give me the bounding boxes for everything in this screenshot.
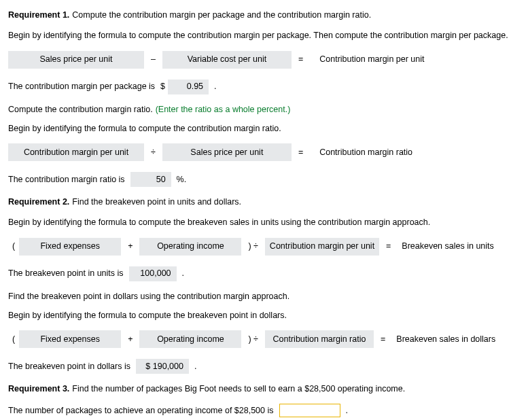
breakeven-dollars-formula: ( Fixed expenses + Operating income ) ÷ … xyxy=(8,330,520,348)
equals-operator: = xyxy=(292,147,310,158)
cm-ratio-value-label: The contribution margin ratio is xyxy=(8,174,128,185)
breakeven-dollars-value-line: The breakeven point in dollars is $ 190,… xyxy=(8,359,520,374)
formula-term-a[interactable]: Fixed expenses xyxy=(19,330,121,348)
cm-per-package-value[interactable]: 0.95 xyxy=(168,80,209,94)
equals-operator: = xyxy=(292,54,310,65)
equals-operator: = xyxy=(379,241,398,251)
breakeven-dollars-intro1: Find the breakeven point in dollars usin… xyxy=(8,291,520,302)
requirement-1-heading: Requirement 1. Compute the contribution … xyxy=(8,10,520,20)
requirement-3-heading: Requirement 3. Find the number of packag… xyxy=(8,383,520,394)
breakeven-dollars-intro2: Begin by identifying the formula to comp… xyxy=(8,310,520,321)
minus-operator: – xyxy=(144,54,162,65)
formula-term-b[interactable]: Sales price per unit xyxy=(162,143,292,161)
close-paren-divide: ) ÷ xyxy=(241,241,265,251)
requirement-3-text: Find the number of packages Big Foot nee… xyxy=(72,383,405,394)
breakeven-units-value[interactable]: 100,000 xyxy=(129,266,177,281)
plus-operator: + xyxy=(121,334,139,345)
formula-term-a[interactable]: Contribution margin per unit xyxy=(8,143,144,161)
requirement-2-label: Requirement 2. xyxy=(8,196,69,207)
breakeven-dollars-value[interactable]: $ 190,000 xyxy=(136,359,189,374)
formula-term-b[interactable]: Operating income xyxy=(139,330,241,348)
cm-per-package-formula: Sales price per unit – Variable cost per… xyxy=(8,51,520,69)
requirement-1-label: Requirement 1. xyxy=(8,10,69,20)
plus-operator: + xyxy=(121,241,139,251)
cm-ratio-formula: Contribution margin per unit ÷ Sales pri… xyxy=(8,143,520,161)
formula-term-b[interactable]: Variable cost per unit xyxy=(162,51,292,69)
period: . xyxy=(179,268,184,279)
breakeven-units-value-label: The breakeven point in units is xyxy=(8,268,126,279)
requirement-2-heading: Requirement 2. Find the breakeven point … xyxy=(8,196,520,207)
period: . xyxy=(192,361,196,372)
cm-ratio-intro2: Begin by identifying the formula to comp… xyxy=(8,123,520,134)
target-packages-label: The number of packages to achieve an ope… xyxy=(8,405,277,416)
formula-result: Breakeven sales in units xyxy=(398,238,498,256)
formula-term-a[interactable]: Sales price per unit xyxy=(8,51,144,69)
open-paren: ( xyxy=(8,241,19,251)
cm-ratio-intro1: Compute the contribution margin ratio. xyxy=(8,104,153,115)
dollar-sign: $ xyxy=(160,81,165,92)
formula-term-c[interactable]: Contribution margin per unit xyxy=(265,238,379,256)
period: . xyxy=(211,81,216,92)
cm-per-package-value-line: The contribution margin per package is $… xyxy=(8,80,520,94)
breakeven-units-intro: Begin by identifying the formula to comp… xyxy=(8,217,520,228)
cm-per-package-value-label: The contribution margin per package is xyxy=(8,81,158,92)
open-paren: ( xyxy=(8,334,19,345)
formula-result: Contribution margin ratio xyxy=(310,143,422,161)
requirement-1-text: Compute the contribution margin per pack… xyxy=(72,10,371,20)
formula-result: Breakeven sales in dollars xyxy=(392,330,499,348)
equals-operator: = xyxy=(374,334,392,345)
requirement-3-label: Requirement 3. xyxy=(8,383,69,394)
divide-operator: ÷ xyxy=(144,147,162,158)
target-packages-input[interactable] xyxy=(279,404,340,417)
cm-ratio-value[interactable]: 50 xyxy=(130,172,171,187)
cm-ratio-intro1-line: Compute the contribution margin ratio. (… xyxy=(8,104,520,115)
requirement-2-text: Find the breakeven point in units and do… xyxy=(72,196,241,207)
cm-ratio-hint: (Enter the ratio as a whole percent.) xyxy=(156,104,291,115)
formula-result: Contribution margin per unit xyxy=(310,51,434,69)
cm-per-package-intro: Begin by identifying the formula to comp… xyxy=(8,30,520,41)
breakeven-units-value-line: The breakeven point in units is 100,000 … xyxy=(8,266,520,281)
percent-suffix: %. xyxy=(174,174,187,185)
cm-ratio-value-line: The contribution margin ratio is 50 %. xyxy=(8,172,520,187)
formula-term-b[interactable]: Operating income xyxy=(139,238,241,256)
period: . xyxy=(343,405,348,416)
breakeven-units-formula: ( Fixed expenses + Operating income ) ÷ … xyxy=(8,238,520,256)
formula-term-a[interactable]: Fixed expenses xyxy=(19,238,121,256)
formula-term-c[interactable]: Contribution margin ratio xyxy=(265,330,374,348)
breakeven-dollars-value-label: The breakeven point in dollars is xyxy=(8,361,133,372)
close-paren-divide: ) ÷ xyxy=(241,334,265,345)
target-packages-line: The number of packages to achieve an ope… xyxy=(8,404,520,417)
